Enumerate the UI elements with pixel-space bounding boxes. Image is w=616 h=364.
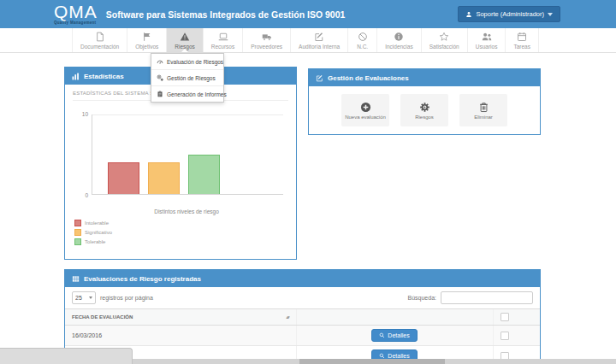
logo-subtitle: Quality Management bbox=[54, 21, 98, 26]
cogs-icon bbox=[157, 74, 163, 81]
column-header-label: FECHA DE EVALUACIÓN bbox=[72, 314, 133, 320]
statistics-panel-body: ESTADÍSTICAS DEL SISTEMA SOBRE RIESGOS 1… bbox=[65, 85, 296, 245]
tile-label: Nueva evaluación bbox=[345, 114, 386, 120]
info-icon bbox=[394, 32, 404, 42]
search-icon bbox=[379, 353, 385, 359]
page-size-control: 25 registros por página bbox=[72, 291, 153, 304]
evaluation-management-body: Nueva evaluación Riesgos Eliminar bbox=[309, 86, 540, 134]
evaluations-table: FECHA DE EVALUACIÓN ▴▾ 16/03/2016 Detall… bbox=[65, 308, 540, 364]
select-all-checkbox[interactable] bbox=[500, 313, 509, 321]
y-axis-tick-min: 0 bbox=[76, 192, 88, 198]
nav-item-auditoria-interna[interactable]: Auditoría Interna bbox=[291, 28, 348, 52]
nav-item-satisfaccion[interactable]: Satisfacción bbox=[422, 28, 468, 52]
app-title: Software para Sistemas Integrados de Ges… bbox=[106, 9, 346, 20]
nav-item-objetivos[interactable]: Objetivos bbox=[127, 28, 167, 52]
table-icon bbox=[72, 275, 80, 283]
detalles-label: Detalles bbox=[388, 332, 409, 338]
nav-item-recursos[interactable]: Recursos bbox=[204, 28, 243, 52]
nav-label: N.C. bbox=[357, 44, 368, 50]
column-header-fecha[interactable]: FECHA DE EVALUACIÓN ▴▾ bbox=[65, 309, 296, 326]
column-header-actions bbox=[296, 309, 493, 326]
warning-icon bbox=[180, 32, 190, 42]
riesgos-dropdown-menu: Evaluación de Riesgos Gestión de Riesgos… bbox=[151, 53, 224, 103]
search-label: Búsqueda: bbox=[408, 295, 436, 301]
user-menu-button[interactable]: Soporte (Administrador) bbox=[458, 6, 560, 22]
bar-chart-icon bbox=[72, 73, 80, 80]
gauge-icon bbox=[157, 58, 163, 65]
actions-cell: Detalles bbox=[296, 326, 493, 346]
nav-item-tareas[interactable]: Tareas bbox=[506, 28, 539, 52]
legend-item: Tolerable bbox=[74, 238, 288, 245]
detalles-label: Detalles bbox=[388, 353, 409, 359]
nav-item-nc[interactable]: N.C. bbox=[348, 28, 377, 52]
nav-label: Auditoría Interna bbox=[299, 44, 340, 50]
legend-label: Intolerable bbox=[85, 220, 109, 226]
nav-label: Usuarios bbox=[476, 44, 498, 50]
edit-icon bbox=[314, 32, 324, 42]
table-controls: 25 registros por página Búsqueda: bbox=[65, 287, 540, 308]
panel-title: Estadísticas bbox=[84, 73, 124, 80]
nav-label: Documentación bbox=[80, 44, 119, 50]
nav-label: Objetivos bbox=[135, 44, 158, 50]
ban-icon bbox=[358, 32, 368, 42]
nav-item-incidencias[interactable]: Incidencias bbox=[377, 28, 422, 52]
legend-swatch bbox=[74, 238, 81, 245]
chevron-down-icon bbox=[548, 13, 553, 16]
top-header: QMA Quality Management Software para Sis… bbox=[0, 0, 616, 28]
evaluation-date-cell: 16/03/2016 bbox=[65, 326, 296, 346]
menu-item-label: Generación de Informes bbox=[167, 91, 227, 97]
page-size-select[interactable]: 25 bbox=[72, 291, 96, 304]
menu-item-evaluacion-de-riesgos[interactable]: Evaluación de Riesgos bbox=[151, 54, 223, 70]
menu-item-generacion-de-informes[interactable]: Generación de Informes bbox=[151, 86, 223, 102]
user-menu-label: Soporte (Administrador) bbox=[476, 10, 544, 18]
legend-swatch bbox=[74, 220, 81, 226]
nav-item-riesgos[interactable]: Riesgos bbox=[167, 28, 203, 52]
legend-item: Significativo bbox=[74, 229, 288, 236]
menu-item-gestion-de-riesgos[interactable]: Gestión de Riesgos bbox=[151, 70, 223, 86]
column-header-select bbox=[493, 309, 540, 326]
logo-text: QMA bbox=[54, 3, 98, 21]
tile-label: Eliminar bbox=[474, 114, 493, 120]
search-control: Búsqueda: bbox=[408, 291, 533, 304]
menu-item-label: Evaluación de Riesgos bbox=[167, 59, 223, 65]
active-tab-notch bbox=[181, 49, 188, 52]
nav-item-proveedores[interactable]: Proveedores bbox=[243, 28, 291, 52]
nav-label: Satisfacción bbox=[429, 44, 459, 50]
panel-title: Evaluaciones de Riesgo registradas bbox=[84, 275, 201, 283]
laptop-icon bbox=[218, 32, 228, 42]
row-checkbox[interactable] bbox=[500, 332, 509, 340]
chart-plot-area bbox=[92, 114, 283, 195]
table-row: 16/03/2016 Detalles bbox=[65, 326, 540, 346]
chart-bar bbox=[108, 162, 139, 194]
evaluation-management-header: Gestión de Evaluaciones bbox=[309, 69, 540, 86]
chart-bar bbox=[148, 162, 180, 194]
tile-label: Riesgos bbox=[415, 114, 434, 120]
scrollbar-thumb[interactable] bbox=[299, 359, 445, 364]
chart-bar bbox=[188, 155, 220, 195]
detalles-button[interactable]: Detalles bbox=[371, 329, 417, 342]
new-evaluation-button[interactable]: Nueva evaluación bbox=[341, 94, 389, 126]
evaluation-management-panel: Gestión de Evaluaciones Nueva evaluación… bbox=[308, 68, 541, 135]
chart-legend: Intolerable Significativo Tolerable bbox=[74, 220, 288, 245]
nav-label: Incidencias bbox=[385, 44, 413, 50]
file-icon bbox=[95, 32, 105, 42]
page-size-value: 25 bbox=[75, 295, 82, 301]
menu-item-label: Gestión de Riesgos bbox=[167, 75, 216, 81]
search-input[interactable] bbox=[441, 291, 533, 304]
delete-button[interactable]: Eliminar bbox=[459, 94, 507, 126]
plus-circle-icon bbox=[360, 102, 371, 113]
y-axis-tick-max: 10 bbox=[76, 111, 88, 117]
legend-swatch bbox=[74, 229, 81, 236]
qma-logo[interactable]: QMA Quality Management bbox=[54, 3, 98, 26]
nav-label: Proveedores bbox=[251, 44, 282, 50]
sort-icon: ▴▾ bbox=[286, 314, 288, 320]
legend-item: Intolerable bbox=[74, 220, 288, 226]
browser-status-bubble bbox=[0, 348, 133, 364]
nav-item-documentacion[interactable]: Documentación bbox=[72, 28, 127, 52]
chart-bars bbox=[108, 114, 283, 194]
legend-label: Significativo bbox=[85, 230, 112, 235]
gear-icon bbox=[419, 102, 430, 113]
nav-item-usuarios[interactable]: Usuarios bbox=[468, 28, 506, 52]
riesgos-button[interactable]: Riesgos bbox=[400, 94, 448, 126]
registered-evaluations-header: Evaluaciones de Riesgo registradas bbox=[65, 270, 540, 287]
